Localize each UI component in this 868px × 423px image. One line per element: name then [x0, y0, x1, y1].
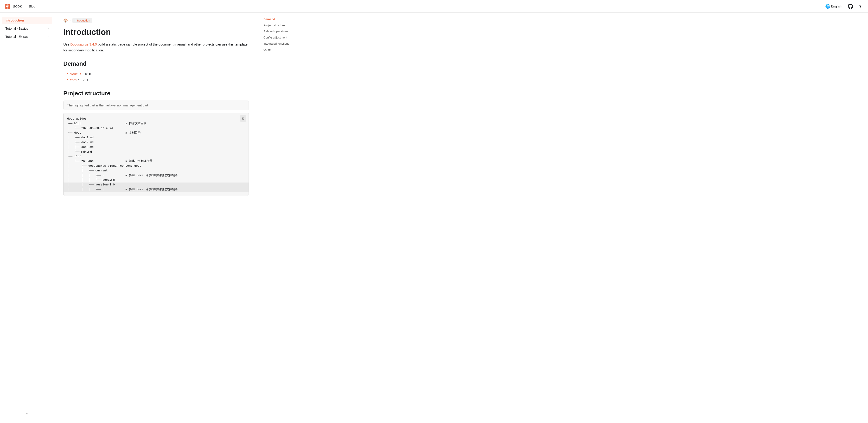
sidebar-collapse-button[interactable]: « [26, 411, 28, 416]
breadcrumb-separator: › [70, 19, 70, 22]
code-block: docs-guides ├── blog # 博客文章目录 │ └── 2020… [64, 113, 249, 196]
navbar: Book Blog 🌐 English ▾ ☀ [0, 0, 868, 13]
docusaurus-link[interactable]: Docusaurus 3.4.0 [70, 43, 97, 46]
content-area: 🏠 › Introduction Introduction Use Docusa… [54, 13, 868, 423]
nodejs-version: : 18.0+ [83, 72, 93, 76]
intro-paragraph: Use Docusaurus 3.4.0 build a static page… [63, 41, 249, 53]
chevron-right-icon: › [48, 27, 49, 30]
breadcrumb: 🏠 › Introduction [63, 18, 249, 23]
language-selector[interactable]: 🌐 English ▾ [825, 4, 844, 9]
toc-item-config-adjustment[interactable]: Config adjustment [262, 35, 304, 40]
breadcrumb-home-icon[interactable]: 🏠 [63, 18, 68, 23]
yarn-link[interactable]: Yarn [70, 78, 77, 82]
bullet-icon: • [67, 78, 68, 82]
navbar-logo[interactable]: Book [4, 3, 22, 9]
sidebar-item-tutorial-extras[interactable]: Tutorial - Extras › [2, 33, 52, 40]
translate-icon: 🌐 [825, 4, 830, 9]
toc-item-project-structure[interactable]: Project structure [262, 22, 304, 28]
sidebar-collapse-footer: « [0, 407, 54, 419]
sidebar: Introduction Tutorial - Basics › Tutoria… [0, 13, 54, 423]
toc-item-integrated-functions[interactable]: Integrated functions [262, 41, 304, 47]
demand-list: • Node.js: 18.0+ • Yarn: 1.20+ [63, 71, 249, 83]
nodejs-link[interactable]: Node.js [70, 72, 81, 76]
sidebar-item-label: Tutorial - Basics [5, 27, 28, 30]
main-content: 🏠 › Introduction Introduction Use Docusa… [54, 13, 258, 423]
lang-label: English [831, 4, 841, 8]
structure-note: The highlighted part is the multi-versio… [63, 101, 249, 110]
copy-button[interactable]: ⧉ [240, 115, 246, 121]
navbar-items: Blog [27, 4, 37, 9]
right-toc: DemandProject structureRelated operation… [258, 13, 308, 423]
book-icon [4, 3, 11, 9]
page-title: Introduction [63, 27, 249, 37]
sidebar-item-label: Introduction [5, 19, 24, 22]
list-item: • Node.js: 18.0+ [67, 71, 249, 77]
sidebar-item-introduction[interactable]: Introduction [2, 17, 52, 24]
chevron-right-icon: › [48, 35, 49, 38]
yarn-version: : 1.20+ [78, 78, 88, 82]
navbar-right: 🌐 English ▾ ☀ [825, 3, 864, 9]
demand-heading: Demand [63, 60, 249, 67]
main-layout: Introduction Tutorial - Basics › Tutoria… [0, 13, 868, 423]
sidebar-item-label: Tutorial - Extras [5, 35, 28, 38]
lang-chevron-icon: ▾ [842, 5, 844, 7]
toc-item-demand[interactable]: Demand [262, 16, 304, 22]
navbar-book-label: Book [13, 4, 22, 8]
navbar-blog[interactable]: Blog [27, 4, 37, 9]
list-item: • Yarn: 1.20+ [67, 77, 249, 83]
toc-item-other[interactable]: Other [262, 47, 304, 53]
code-block-wrapper: ⧉ docs-guides ├── blog # 博客文章目录 │ └── 20… [63, 113, 249, 196]
svg-rect-2 [6, 5, 9, 6]
bullet-icon: • [67, 72, 68, 76]
project-structure-heading: Project structure [63, 90, 249, 97]
svg-rect-3 [6, 6, 9, 7]
github-icon[interactable] [847, 3, 854, 9]
sidebar-item-tutorial-basics[interactable]: Tutorial - Basics › [2, 25, 52, 32]
breadcrumb-current: Introduction [72, 18, 92, 23]
intro-text-prefix: Use [63, 43, 70, 46]
theme-toggle-button[interactable]: ☀ [857, 3, 864, 9]
toc-item-related-operations[interactable]: Related operations [262, 29, 304, 34]
